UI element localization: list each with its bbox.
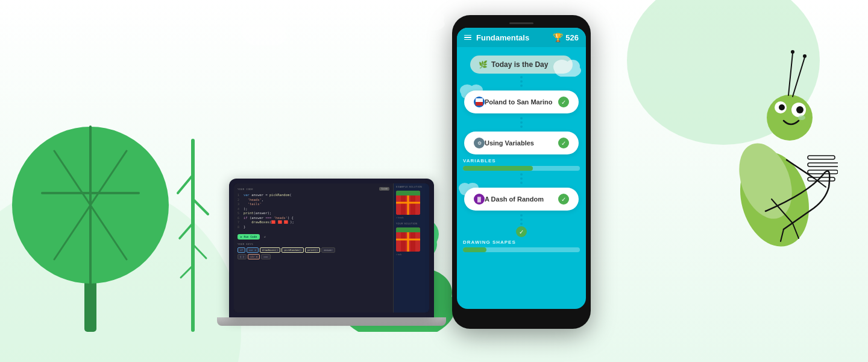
svg-line-40 [788, 53, 793, 95]
svg-rect-51 [808, 177, 835, 181]
thin-tree [175, 139, 211, 332]
keys-section: YOUR KEYS if var ≡ drawBoxes() pickRando… [237, 243, 389, 259]
svg-rect-6 [191, 139, 195, 332]
poland-checkmark: ✓ [558, 97, 569, 107]
variables-progress-fill [463, 166, 533, 171]
today-lesson-text: Today is the Day [491, 60, 548, 69]
heads-label: > heads [396, 217, 427, 219]
solution-pane-title: EXAMPLE SOLUTION [396, 186, 427, 188]
key-var[interactable]: var ≡ [247, 247, 259, 253]
bg-cloud-1 [241, 18, 289, 45]
svg-rect-48 [808, 156, 835, 159]
code-line-1: 1 var answer = pickRandom( [237, 193, 389, 197]
keys-title: YOUR KEYS [237, 243, 389, 246]
key-if[interactable]: if [237, 247, 245, 253]
poland-lesson-icon [474, 97, 485, 107]
code-line-4: 4 ); [237, 207, 389, 211]
drawing-progress-bar [463, 247, 580, 252]
code-line-7: 7 drawBoxes(🟥 🟥 🟥 ); [237, 220, 389, 224]
svg-rect-49 [808, 163, 838, 167]
svg-rect-50 [808, 170, 838, 174]
solution-pane: EXAMPLE SOLUTION > heads YOUR SOLUTION [393, 183, 429, 313]
svg-line-9 [180, 223, 193, 238]
phone-body: Fundamentals 🏆 526 🌿 Today is the Day [452, 15, 591, 329]
svg-point-41 [803, 54, 807, 58]
variables-progress-section: VARIABLES [463, 158, 580, 171]
trophy-section: 🏆 526 [553, 33, 579, 42]
key-print[interactable]: print() [305, 247, 320, 253]
svg-point-37 [779, 104, 785, 110]
svg-rect-27 [476, 102, 483, 106]
code-line-2: 2 'heads', [237, 198, 389, 202]
variables-lesson-icon: ⚙ [474, 138, 485, 148]
key-str[interactable]: str ≡ [248, 254, 260, 259]
drawing-progress-section: DRAWING SHAPES [463, 240, 580, 252]
phone-screen: Fundamentals 🏆 526 🌿 Today is the Day [457, 28, 586, 309]
key-answer[interactable]: answer [321, 247, 335, 253]
laptop-screen: YOUR CODE Guide 1 var answer = pickRando… [229, 179, 434, 317]
code-pane-title: YOUR CODE [237, 188, 253, 191]
keys-row-2: { } str ≡ === [237, 254, 389, 259]
code-line-6: 6 if (answer === 'heads') { [237, 216, 389, 220]
svg-point-38 [798, 115, 805, 120]
laptop: YOUR CODE Guide 1 var answer = pickRando… [229, 179, 446, 326]
dots-connector-2 [457, 117, 586, 128]
keys-row-1: if var ≡ drawBoxes() pickRandom() print(… [237, 247, 389, 253]
code-line-3: 3 'tails' [237, 202, 389, 206]
hamburger-menu-icon[interactable] [464, 35, 471, 40]
svg-line-10 [193, 244, 206, 258]
phone-app-title: Fundamentals [476, 33, 529, 42]
dots-connector-4 [457, 214, 586, 225]
code-line-5: 5 print(answer); [237, 211, 389, 215]
svg-point-55 [253, 18, 275, 37]
drawing-progress-fill [463, 247, 486, 252]
cloud-decoration [553, 59, 583, 77]
poland-lesson-item[interactable]: Poland to San Marino ✓ [464, 91, 579, 113]
key-drawboxes[interactable]: drawBoxes() [260, 247, 281, 253]
standalone-checkmark: ✓ [457, 226, 586, 237]
phone: Fundamentals 🏆 526 🌿 Today is the Day [452, 15, 591, 329]
drawing-section-label: DRAWING SHAPES [463, 240, 580, 245]
big-tree [12, 72, 169, 332]
key-pickrandom[interactable]: pickRandom() [281, 247, 304, 253]
trophy-icon: 🏆 [553, 33, 563, 42]
svg-line-7 [178, 175, 193, 193]
svg-line-39 [793, 57, 805, 97]
svg-rect-26 [476, 98, 483, 102]
bg-cloud-2 [410, 9, 446, 30]
trophy-count: 526 [565, 33, 579, 42]
guide-button[interactable]: Guide [379, 187, 389, 191]
variables-checkmark: ✓ [558, 138, 569, 148]
laptop-base [217, 317, 446, 326]
variables-section-label: VARIABLES [463, 158, 580, 164]
code-editor-pane[interactable]: YOUR CODE Guide 1 var answer = pickRando… [234, 183, 393, 313]
svg-point-35 [796, 106, 804, 113]
svg-point-22 [565, 60, 580, 73]
variables-lesson-item[interactable]: ⚙ Using Variables ✓ [464, 132, 579, 154]
today-icon: 🌿 [479, 60, 488, 69]
poland-lesson-text: Poland to San Marino [485, 98, 558, 106]
phone-header-left: Fundamentals [464, 33, 529, 42]
svg-line-8 [193, 199, 208, 214]
phone-header: Fundamentals 🏆 526 [457, 28, 586, 47]
code-line-8: 8 } [237, 225, 389, 229]
tails-label: > tails [396, 253, 427, 256]
key-braces[interactable]: { } [237, 254, 247, 259]
key-equals[interactable]: === [261, 254, 270, 259]
dash-lesson-icon: ▓ [474, 194, 485, 205]
run-code-button[interactable]: ▶ Run Code [237, 234, 260, 240]
dash-lesson-text: A Dash of Random [485, 195, 558, 203]
your-solution-title: YOUR SOLUTION [396, 223, 427, 225]
grasshopper [687, 0, 838, 344]
svg-point-42 [791, 50, 794, 54]
dash-lesson-item[interactable]: ▓ A Dash of Random ✓ [464, 188, 579, 211]
variables-lesson-text: Using Variables [485, 139, 558, 147]
phone-speaker [509, 22, 533, 24]
variables-progress-bar [463, 166, 580, 171]
svg-point-58 [426, 10, 444, 26]
svg-point-33 [767, 95, 813, 141]
dash-checkmark: ✓ [558, 194, 569, 205]
